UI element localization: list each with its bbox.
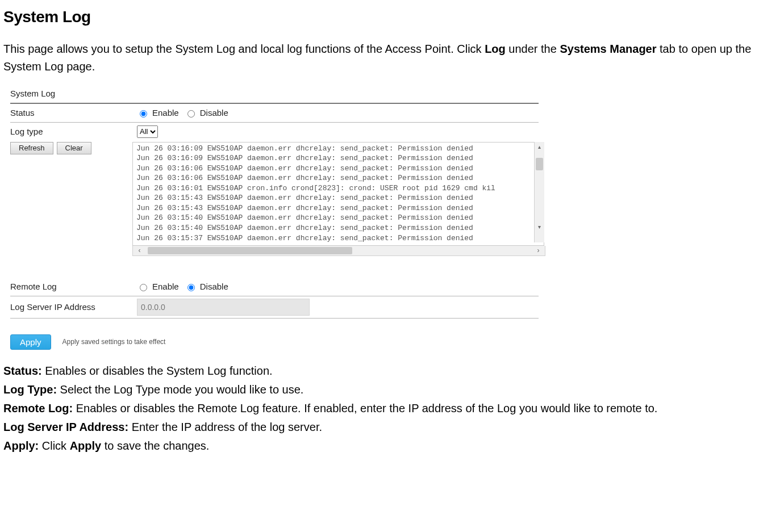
scroll-up-icon[interactable]: ▴ — [536, 144, 543, 150]
scroll-down-icon[interactable]: ▾ — [536, 224, 543, 230]
clear-button[interactable]: Clear — [57, 142, 91, 154]
status-enable-text: Enable — [152, 106, 179, 119]
divider — [10, 122, 539, 123]
logtype-select[interactable]: All — [137, 125, 158, 138]
desc-logtype-label: Log Type: — [3, 383, 57, 396]
apply-button[interactable]: Apply — [10, 334, 51, 350]
log-output: Jun 26 03:16:09 EWS510AP daemon.err dhcr… — [132, 142, 544, 246]
log-server-ip-label: Log Server IP Address — [10, 300, 132, 313]
desc-apply-label: Apply: — [3, 439, 39, 452]
remote-disable-text: Disable — [200, 280, 228, 293]
divider — [10, 296, 539, 296]
desc-status-text: Enables or disables the System Log funct… — [42, 365, 273, 377]
remote-disable-option[interactable]: Disable — [185, 280, 228, 293]
desc-status-label: Status: — [3, 365, 42, 377]
row-log-server-ip: Log Server IP Address — [10, 298, 556, 317]
refresh-button[interactable]: Refresh — [10, 142, 53, 154]
status-enable-option[interactable]: Enable — [137, 106, 179, 119]
desc-apply-text-1: Click — [39, 439, 69, 452]
scroll-right-icon[interactable]: › — [535, 247, 541, 254]
desc-apply-bold: Apply — [70, 439, 102, 452]
status-label: Status — [10, 106, 132, 119]
apply-note: Apply saved settings to take effect — [62, 337, 166, 347]
horizontal-scroll-thumb[interactable] — [148, 247, 352, 254]
remote-enable-option[interactable]: Enable — [137, 280, 179, 293]
intro-text-2: under the — [506, 43, 560, 55]
system-log-panel: System Log Status Enable Disable Log typ… — [3, 87, 556, 349]
status-disable-text: Disable — [200, 106, 228, 119]
status-disable-radio[interactable] — [187, 110, 195, 118]
desc-logtype-text: Select the Log Type mode you would like … — [57, 383, 303, 396]
horizontal-scrollbar[interactable]: ‹ › — [132, 246, 545, 256]
row-logtype: Log type All — [10, 124, 556, 140]
row-status: Status Enable Disable — [10, 105, 556, 121]
desc-ip-text: Enter the IP address of the log server. — [128, 421, 322, 433]
scroll-left-icon[interactable]: ‹ — [136, 247, 143, 254]
desc-apply-text-2: to save the changes. — [101, 439, 209, 452]
intro-text-1: This page allows you to setup the System… — [3, 43, 485, 55]
intro-bold-log: Log — [485, 43, 506, 55]
divider — [10, 103, 539, 104]
vertical-scroll-thumb[interactable] — [536, 158, 543, 170]
field-descriptions: Status: Enables or disables the System L… — [3, 362, 781, 455]
divider — [10, 318, 539, 319]
remote-log-label: Remote Log — [10, 280, 132, 293]
status-enable-radio[interactable] — [140, 110, 147, 118]
logtype-label: Log type — [10, 125, 132, 138]
row-remote-log: Remote Log Enable Disable — [10, 279, 556, 295]
remote-enable-radio[interactable] — [140, 284, 147, 291]
desc-remote-label: Remote Log: — [3, 402, 73, 414]
intro-paragraph: This page allows you to setup the System… — [3, 40, 781, 76]
page-title: System Log — [3, 5, 781, 29]
section-title-system-log: System Log — [10, 87, 556, 100]
desc-remote-text: Enables or disables the Remote Log featu… — [73, 402, 657, 414]
desc-ip-label: Log Server IP Address: — [3, 421, 128, 433]
vertical-scrollbar[interactable]: ▴ ▾ — [534, 142, 544, 242]
log-server-ip-input[interactable] — [137, 299, 310, 316]
remote-enable-text: Enable — [152, 280, 179, 293]
intro-bold-systems-manager: Systems Manager — [560, 43, 656, 55]
status-disable-option[interactable]: Disable — [185, 106, 228, 119]
remote-disable-radio[interactable] — [187, 284, 195, 291]
